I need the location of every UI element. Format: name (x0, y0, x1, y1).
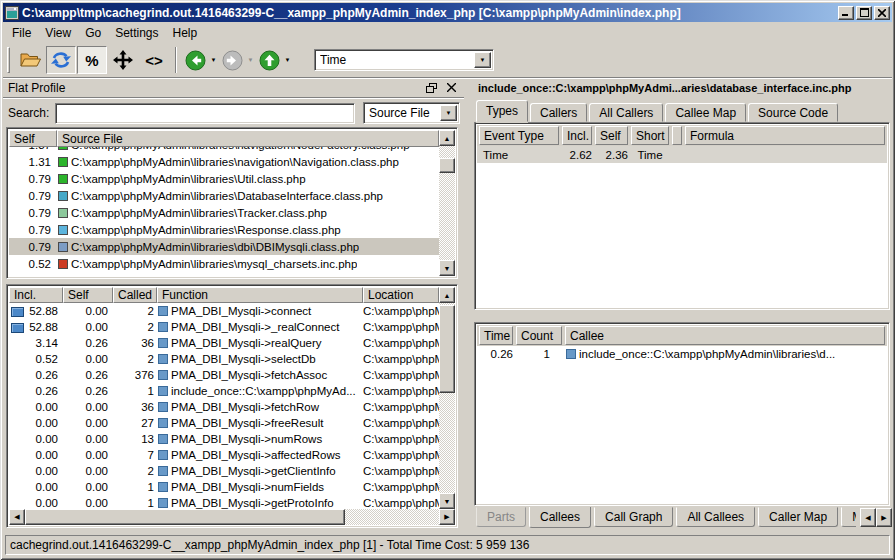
scroll-down-icon[interactable]: ▼ (439, 493, 455, 509)
tab-scroll-right-icon[interactable]: ▶ (876, 508, 892, 527)
source-file-row[interactable]: 0.79C:\xampp\phpMyAdmin\libraries\Databa… (9, 187, 439, 204)
callee-row[interactable]: 0.26 1 include_once::C:\xampp\phpMyAdmin… (477, 346, 887, 362)
forward-button[interactable] (220, 46, 244, 74)
function-table-vscrollbar[interactable]: ▲ ▼ (439, 287, 455, 509)
function-row[interactable]: 0.000.0036PMA_DBI_Mysqli->fetchRowC:\xam… (9, 399, 439, 415)
cost-color-icon (58, 242, 68, 252)
toolbar-separator (175, 47, 177, 73)
column-header-time[interactable]: Time (479, 326, 513, 345)
open-file-button[interactable] (15, 46, 45, 74)
detail-top-tabs: Types Callers All Callers Callee Map Sou… (476, 100, 890, 122)
function-table-hscrollbar[interactable]: ◀ ▶ (9, 509, 455, 525)
scroll-left-icon[interactable]: ◀ (9, 509, 25, 525)
toolbar-handle[interactable] (7, 47, 10, 73)
combo-dropdown-icon[interactable]: ▼ (440, 105, 457, 121)
function-row[interactable]: 0.000.001PMA_DBI_Mysqli->getProtoInfoC:\… (9, 495, 439, 509)
tab-callees[interactable]: Callees (529, 507, 591, 528)
column-header-function[interactable]: Function (157, 287, 363, 303)
column-header-short[interactable]: Short (631, 126, 669, 145)
dock-float-icon[interactable] (424, 81, 439, 95)
column-header-called[interactable]: Called (113, 287, 157, 303)
column-header-source-file[interactable]: Source File (57, 130, 439, 147)
scroll-up-icon[interactable]: ▲ (439, 287, 455, 303)
column-header-blank[interactable] (672, 126, 682, 145)
scrollbar-thumb[interactable] (439, 158, 455, 173)
function-row[interactable]: 0.520.002PMA_DBI_Mysqli->selectDbC:\xamp… (9, 351, 439, 367)
source-file-row[interactable]: 0.79C:\xampp\phpMyAdmin\libraries\Respon… (9, 221, 439, 238)
menu-settings[interactable]: Settings (108, 24, 165, 42)
vertical-splitter[interactable] (464, 78, 472, 531)
percent-toggle-button[interactable]: % (77, 46, 107, 74)
tab-all-callers[interactable]: All Callers (589, 103, 663, 122)
function-row[interactable]: 0.000.001PMA_DBI_Mysqli->numFieldsC:\xam… (9, 479, 439, 495)
scroll-up-icon[interactable]: ▲ (439, 130, 455, 146)
function-icon (158, 322, 168, 332)
column-header-location[interactable]: Location (363, 287, 439, 303)
source-file-row[interactable]: 0.79C:\xampp\phpMyAdmin\libraries\Tracke… (9, 204, 439, 221)
function-row[interactable]: 0.000.002PMA_DBI_Mysqli->getClientInfoC:… (9, 463, 439, 479)
scrollbar-thumb[interactable] (439, 305, 455, 393)
function-row[interactable]: 52.880.002PMA_DBI_Mysqli->connectC:\xamp… (9, 303, 439, 319)
dock-close-icon[interactable] (444, 81, 459, 95)
function-row[interactable]: 0.260.26376PMA_DBI_Mysqli->fetchAssocC:\… (9, 367, 439, 383)
function-icon (158, 434, 168, 444)
source-list-viewport: 1.37C:\xampp\phpMyAdmin\libraries\naviga… (9, 147, 439, 276)
maximize-button[interactable] (856, 6, 872, 20)
event-type-combobox[interactable]: Time ▼ (314, 49, 494, 71)
function-row[interactable]: 0.000.007PMA_DBI_Mysqli->affectedRowsC:\… (9, 447, 439, 463)
scroll-right-icon[interactable]: ▶ (439, 509, 455, 525)
function-row[interactable]: 0.000.0027PMA_DBI_Mysqli->freeResultC:\x… (9, 415, 439, 431)
function-row[interactable]: 0.000.0013PMA_DBI_Mysqli->numRowsC:\xamp… (9, 431, 439, 447)
column-header-incl[interactable]: Incl. (9, 287, 63, 303)
source-file-row[interactable]: 0.52C:\xampp\phpMyAdmin\libraries\user_p… (9, 272, 439, 276)
column-header-incl[interactable]: Incl. (562, 126, 592, 145)
tab-callers[interactable]: Callers (530, 103, 587, 122)
scrollbar-thumb[interactable] (25, 509, 345, 525)
tab-parts[interactable]: Parts (476, 507, 526, 527)
event-type-row-selected[interactable]: Time 2.62 2.36 Time (477, 146, 887, 163)
expand-depth-button[interactable] (108, 46, 138, 74)
close-button[interactable] (874, 6, 890, 20)
up-dropdown[interactable]: ▼ (282, 46, 293, 74)
source-file-list: Self Source File 1.37C:\xampp\phpMyAdmin… (6, 127, 458, 279)
cycle-detection-button[interactable]: <> (139, 46, 169, 74)
reload-button[interactable] (46, 46, 76, 74)
group-by-combobox[interactable]: Source File ▼ (363, 102, 460, 124)
tab-types[interactable]: Types (476, 100, 528, 122)
up-button[interactable] (257, 46, 281, 74)
tab-source-code[interactable]: Source Code (748, 103, 838, 122)
function-row[interactable]: 52.880.002PMA_DBI_Mysqli->_realConnectC:… (9, 319, 439, 335)
tab-machine[interactable]: Machine (841, 507, 856, 527)
search-input[interactable] (55, 103, 355, 124)
forward-dropdown[interactable]: ▼ (245, 46, 256, 74)
tab-scroll-left-icon[interactable]: ◀ (860, 508, 876, 527)
menu-help[interactable]: Help (166, 24, 205, 42)
menu-view[interactable]: View (38, 24, 78, 42)
column-header-formula[interactable]: Formula (685, 126, 885, 145)
back-button[interactable] (183, 46, 207, 74)
tab-callee-map[interactable]: Callee Map (665, 103, 746, 122)
source-file-row[interactable]: 0.79C:\xampp\phpMyAdmin\libraries\Util.c… (9, 170, 439, 187)
source-list-scrollbar[interactable]: ▲ ▼ (439, 130, 455, 276)
function-row[interactable]: 0.260.261include_once::C:\xampp\phpMyAd.… (9, 383, 439, 399)
source-file-row[interactable]: 0.52C:\xampp\phpMyAdmin\libraries\mysql_… (9, 255, 439, 272)
minimize-button[interactable] (838, 6, 854, 20)
menu-go[interactable]: Go (78, 24, 108, 42)
menu-file[interactable]: File (5, 24, 38, 42)
column-header-count[interactable]: Count (516, 326, 562, 345)
column-header-self[interactable]: Self (9, 130, 57, 147)
column-header-self[interactable]: Self (595, 126, 628, 145)
function-row[interactable]: 3.140.2636PMA_DBI_Mysqli->realQueryC:\xa… (9, 335, 439, 351)
tab-caller-map[interactable]: Caller Map (758, 507, 838, 527)
source-file-row-selected[interactable]: 0.79C:\xampp\phpMyAdmin\libraries\dbi\DB… (9, 238, 439, 255)
tab-call-graph[interactable]: Call Graph (594, 507, 673, 527)
back-dropdown[interactable]: ▼ (208, 46, 219, 74)
source-file-row[interactable]: 1.31C:\xampp\phpMyAdmin\libraries\naviga… (9, 153, 439, 170)
column-header-event-type[interactable]: Event Type (479, 126, 559, 145)
scroll-down-icon[interactable]: ▼ (439, 260, 455, 276)
title-bar[interactable]: C:\xampp\tmp\cachegrind.out.1416463299-C… (3, 3, 892, 22)
tab-all-callees[interactable]: All Callees (676, 507, 755, 527)
column-header-self[interactable]: Self (63, 287, 113, 303)
combo-dropdown-icon[interactable]: ▼ (474, 52, 491, 68)
column-header-callee[interactable]: Callee (565, 326, 885, 345)
